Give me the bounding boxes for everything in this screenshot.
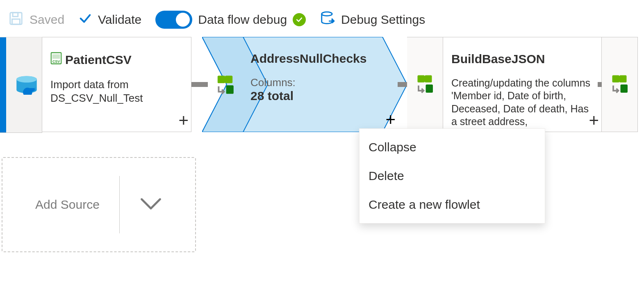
saved-label: Saved	[30, 13, 64, 27]
svg-rect-13	[425, 75, 432, 83]
debug-label: Data flow debug	[198, 13, 287, 27]
svg-rect-11	[226, 85, 234, 94]
node-addressnullchecks-title: AddressNullChecks	[250, 52, 366, 66]
svg-rect-12	[418, 75, 425, 83]
source-database-icon	[16, 76, 38, 95]
transform-slot-2[interactable]	[407, 37, 443, 132]
debug-toggle[interactable]	[155, 11, 192, 29]
node-patientcsv[interactable]: CSV PatientCSV Import data from DS_CSV_N…	[42, 37, 191, 132]
save-icon	[8, 11, 24, 29]
add-after-buildbasejson[interactable]: +	[589, 112, 599, 129]
divider	[119, 176, 120, 233]
node-patientcsv-title: PatientCSV	[65, 53, 132, 67]
top-toolbar: Saved Validate Data flow debug Debug Set…	[8, 7, 425, 32]
svg-rect-16	[619, 75, 627, 83]
source-handle[interactable]	[0, 37, 42, 133]
add-after-addressnullchecks[interactable]: +	[385, 110, 396, 130]
validate-button[interactable]: Validate	[78, 11, 141, 28]
add-after-patientcsv[interactable]: +	[178, 112, 189, 129]
csv-file-icon: CSV	[50, 52, 62, 67]
debug-toggle-group: Data flow debug	[155, 11, 306, 29]
svg-rect-17	[621, 84, 628, 93]
toggle-knob	[176, 13, 190, 27]
derived-column-icon	[214, 75, 236, 96]
svg-rect-7	[52, 54, 60, 59]
svg-rect-10	[225, 76, 232, 83]
validate-label: Validate	[98, 13, 141, 27]
debug-settings-label: Debug Settings	[341, 13, 425, 27]
svg-rect-1	[13, 12, 18, 16]
ctx-new-flowlet[interactable]: Create a new flowlet	[360, 190, 545, 219]
svg-rect-14	[426, 84, 433, 93]
add-source-label: Add Source	[35, 198, 100, 212]
derived-column-icon	[609, 74, 630, 95]
dataflow-canvas[interactable]: CSV PatientCSV Import data from DS_CSV_N…	[0, 37, 644, 292]
columns-total: 28 total	[250, 89, 382, 103]
svg-point-3	[322, 12, 332, 16]
columns-label: Columns:	[250, 76, 382, 89]
context-menu: Collapse Delete Create a new flowlet	[359, 128, 545, 224]
debug-settings-button[interactable]: Debug Settings	[320, 11, 425, 29]
node-buildbasejson-title: BuildBaseJSON	[451, 52, 545, 66]
saved-indicator: Saved	[8, 11, 64, 29]
derived-column-icon	[414, 74, 435, 95]
transform-slot-3[interactable]	[602, 37, 638, 132]
svg-rect-15	[612, 75, 620, 83]
svg-point-5	[16, 76, 37, 83]
check-icon	[78, 11, 92, 28]
chevron-down-icon[interactable]	[139, 196, 162, 214]
svg-rect-9	[218, 76, 225, 83]
node-patientcsv-desc: Import data from DS_CSV_Null_Test	[50, 78, 181, 105]
node-buildbasejson-desc: Creating/updating the columns 'Member id…	[451, 77, 596, 128]
ctx-delete[interactable]: Delete	[360, 162, 545, 190]
status-ok-icon	[293, 13, 306, 26]
svg-rect-2	[12, 19, 20, 24]
node-addressnullchecks[interactable]: AddressNullChecks Columns: 28 total +	[202, 37, 407, 132]
node-buildbasejson[interactable]: BuildBaseJSON Creating/updating the colu…	[443, 37, 602, 132]
add-source-placeholder[interactable]: Add Source	[2, 157, 196, 252]
source-accent	[0, 37, 6, 132]
svg-text:CSV: CSV	[52, 59, 60, 64]
ctx-collapse[interactable]: Collapse	[360, 133, 545, 162]
database-arrow-icon	[320, 11, 335, 29]
